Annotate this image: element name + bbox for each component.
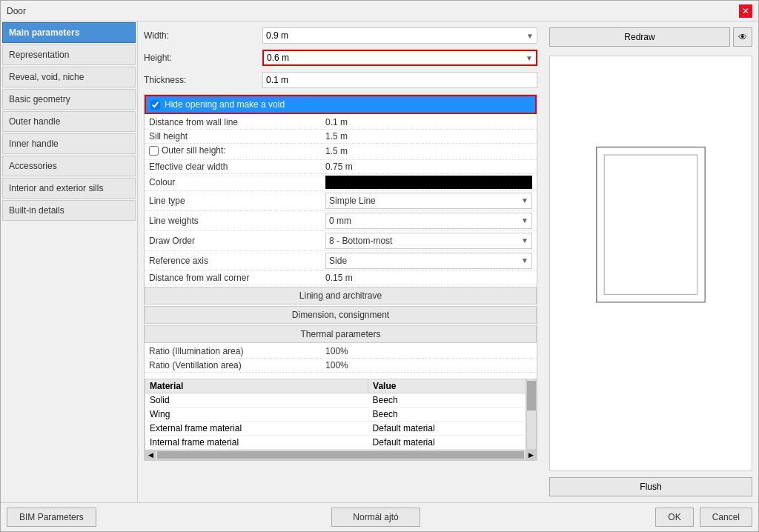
sill-height-label: Sill height — [145, 130, 321, 144]
redraw-button[interactable]: Redraw — [549, 27, 730, 47]
reference-axis-label: Reference axis — [145, 250, 321, 270]
sidebar-item-interior-exterior-sills[interactable]: Interior and exterior sills — [2, 178, 136, 199]
effective-clear-label: Effective clear width — [145, 159, 321, 173]
outer-sill-value: 1.5 m — [321, 144, 537, 160]
material-section: Material Value Solid Beech Wing Beech — [145, 379, 537, 460]
flush-button[interactable]: Flush — [549, 477, 752, 496]
material-scroll-container: Material Value Solid Beech Wing Beech — [145, 379, 537, 450]
dimension-section-header[interactable]: Dimension, consignment — [145, 306, 537, 324]
bim-parameters-button[interactable]: BIM Parameters — [7, 508, 96, 527]
table-row: Reference axis Side ▼ — [145, 250, 537, 270]
main-content: Main parameters Representation Reveal, v… — [1, 21, 758, 502]
table-row: Line type Simple Line ▼ — [145, 190, 537, 210]
title-bar: Door ✕ — [1, 1, 758, 21]
table-row: Ratio (Ventillation area) 100% — [145, 358, 537, 372]
outer-sill-checkbox[interactable] — [149, 146, 159, 156]
preview-svg — [550, 56, 752, 471]
center-panel: Width: 0.9 m ▼ Height: 0.6 m ▼ — [138, 21, 543, 502]
solid-label: Solid — [145, 393, 368, 407]
colour-label: Colour — [145, 173, 321, 190]
height-dropdown[interactable]: 0.6 m ▼ — [262, 50, 537, 66]
line-type-value: Simple Line ▼ — [321, 190, 537, 210]
line-weights-label: Line weights — [145, 210, 321, 230]
sidebar: Main parameters Representation Reveal, v… — [1, 21, 138, 502]
width-label: Width: — [144, 30, 262, 41]
sidebar-item-main-parameters[interactable]: Main parameters — [2, 22, 136, 43]
external-frame-label: External frame material — [145, 421, 368, 435]
table-row: Distance from wall corner 0.15 m — [145, 270, 537, 285]
draw-order-label: Draw Order — [145, 230, 321, 250]
distance-wall-label: Distance from wall line — [145, 116, 321, 130]
thickness-field — [262, 72, 537, 88]
external-frame-value: Default material — [368, 421, 526, 435]
table-row: Outer sill height: 1.5 m — [145, 144, 537, 160]
preview-area — [549, 56, 752, 471]
scroll-right-arrow[interactable]: ▶ — [526, 450, 536, 460]
height-field: 0.6 m ▼ — [262, 50, 537, 66]
height-label: Height: — [144, 53, 262, 63]
horiz-scroll-thumb[interactable] — [157, 451, 524, 459]
flush-container: Flush — [549, 474, 752, 496]
wing-label: Wing — [145, 407, 368, 421]
outer-sill-label: Outer sill height: — [145, 144, 321, 160]
thickness-input[interactable] — [262, 72, 537, 88]
distance-wall-corner-value: 0.15 m — [321, 270, 537, 285]
line-weights-dropdown[interactable]: 0 mm ▼ — [325, 213, 532, 229]
draw-order-dropdown[interactable]: 8 - Bottom-most ▼ — [325, 233, 532, 249]
hide-opening-row[interactable]: Hide opening and make a void — [145, 95, 537, 114]
table-row: Internal frame material Default material — [145, 435, 526, 449]
cancel-button[interactable]: Cancel — [700, 508, 752, 527]
material-horiz-scroll[interactable]: ◀ ▶ — [145, 450, 537, 460]
scroll-left-arrow[interactable]: ◀ — [145, 450, 156, 460]
width-row: Width: 0.9 m ▼ — [144, 27, 537, 44]
lining-section-header[interactable]: Lining and architrave — [145, 287, 537, 305]
thermal-section-header[interactable]: Thermal parameters — [145, 325, 537, 343]
svg-rect-0 — [597, 147, 705, 302]
eye-button[interactable]: 👁 — [733, 27, 752, 47]
table-row: Wing Beech — [145, 407, 526, 421]
line-type-label: Line type — [145, 190, 321, 210]
solid-value: Beech — [368, 393, 526, 407]
line-type-dropdown[interactable]: Simple Line ▼ — [325, 193, 532, 209]
material-header-row: Material Value — [145, 379, 526, 393]
color-swatch[interactable] — [325, 176, 532, 189]
wing-value: Beech — [368, 407, 526, 421]
svg-rect-1 — [604, 155, 697, 294]
table-row: Ratio (Illumination area) 100% — [145, 345, 537, 359]
sidebar-item-basic-geometry[interactable]: Basic geometry — [2, 89, 136, 110]
eye-icon: 👁 — [738, 32, 747, 42]
sidebar-item-built-in-details[interactable]: Built-in details — [2, 200, 136, 221]
colour-value[interactable] — [321, 173, 537, 190]
table-row: Distance from wall line 0.1 m — [145, 116, 537, 130]
right-panel: Redraw 👁 Flush — [543, 21, 758, 502]
line-type-arrow: ▼ — [521, 196, 528, 205]
material-scrollbar-thumb[interactable] — [527, 381, 536, 410]
sidebar-item-accessories[interactable]: Accessories — [2, 156, 136, 176]
material-table: Material Value Solid Beech Wing Beech — [145, 379, 526, 450]
sidebar-item-inner-handle[interactable]: Inner handle — [2, 133, 136, 154]
section-box: Hide opening and make a void Distance fr… — [144, 94, 537, 461]
ok-button[interactable]: OK — [655, 508, 693, 527]
normal-button[interactable]: Normál ajtó — [331, 508, 420, 527]
width-dropdown[interactable]: 0.9 m ▼ — [262, 27, 537, 44]
material-scrollbar[interactable] — [526, 379, 537, 450]
hide-opening-checkbox[interactable] — [150, 100, 160, 110]
sidebar-item-representation[interactable]: Representation — [2, 44, 136, 65]
properties-table: Distance from wall line 0.1 m Sill heigh… — [145, 116, 537, 285]
value-col-header: Value — [368, 379, 526, 393]
sidebar-item-outer-handle[interactable]: Outer handle — [2, 111, 136, 132]
door-dialog: Door ✕ Main parameters Representation Re… — [0, 0, 759, 532]
distance-wall-value: 0.1 m — [321, 116, 537, 130]
height-dropdown-arrow: ▼ — [526, 54, 533, 62]
line-weights-arrow: ▼ — [521, 216, 528, 225]
sidebar-item-reveal-void-niche[interactable]: Reveal, void, niche — [2, 67, 136, 87]
width-field: 0.9 m ▼ — [262, 27, 537, 44]
reference-axis-arrow: ▼ — [521, 256, 528, 265]
redraw-row: Redraw 👁 — [549, 27, 752, 47]
ratio-ventillation-label: Ratio (Ventillation area) — [145, 358, 321, 372]
reference-axis-dropdown[interactable]: Side ▼ — [325, 253, 532, 269]
table-row: External frame material Default material — [145, 421, 526, 435]
table-row: Effective clear width 0.75 m — [145, 159, 537, 173]
close-button[interactable]: ✕ — [739, 4, 752, 18]
table-row: Colour — [145, 173, 537, 190]
